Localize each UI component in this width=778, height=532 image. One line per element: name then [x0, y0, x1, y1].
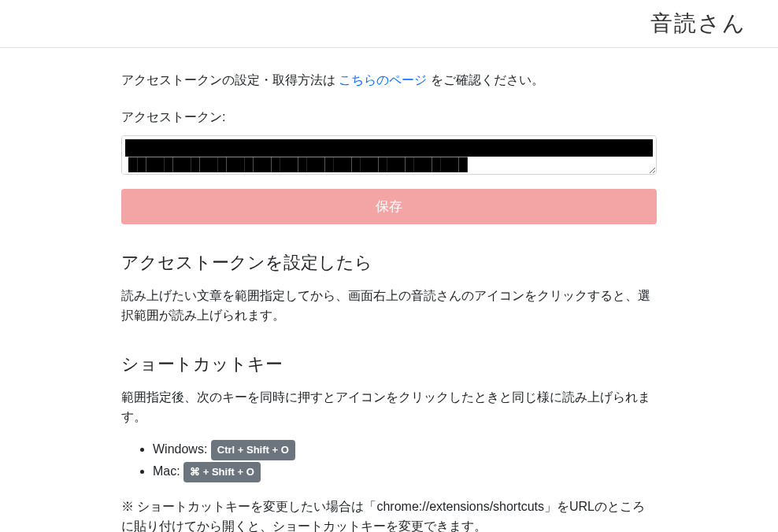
access-token-input[interactable]: ████████████████████████████████████████… — [121, 135, 657, 175]
token-label: アクセストークン: — [121, 109, 657, 126]
after-heading: アクセストークンを設定したら — [121, 251, 657, 275]
list-item: Windows: Ctrl + Shift + O — [153, 438, 657, 460]
after-body: 読み上げたい文章を範囲指定してから、画面右上の音読さんのアイコンをクリックすると… — [121, 286, 657, 326]
main-container: アクセストークンの設定・取得方法は こちらのページ をご確認ください。 アクセス… — [113, 48, 665, 532]
kbd-badge: Ctrl + Shift + O — [211, 440, 295, 460]
os-label: Mac: — [153, 464, 183, 478]
save-button[interactable]: 保存 — [121, 189, 657, 224]
intro-prefix: アクセストークンの設定・取得方法は — [121, 73, 339, 87]
os-label: Windows: — [153, 442, 211, 456]
shortcut-body: 範囲指定後、次のキーを同時に押すとアイコンをクリックしたときと同じ様に読み上げら… — [121, 387, 657, 427]
list-item: Mac: ⌘ + Shift + O — [153, 460, 657, 482]
help-link[interactable]: こちらのページ — [339, 73, 427, 87]
shortcut-note: ※ ショートカットキーを変更したい場合は「chrome://extensions… — [121, 497, 657, 532]
header: 音読さん — [0, 0, 778, 47]
intro-text: アクセストークンの設定・取得方法は こちらのページ をご確認ください。 — [121, 70, 657, 91]
kbd-badge: ⌘ + Shift + O — [183, 462, 261, 482]
shortcut-list: Windows: Ctrl + Shift + O Mac: ⌘ + Shift… — [121, 438, 657, 482]
app-title: 音読さん — [650, 9, 747, 39]
shortcut-heading: ショートカットキー — [121, 353, 657, 376]
token-field-wrapper: ████████████████████████████████████████… — [121, 135, 657, 178]
intro-suffix: をご確認ください。 — [427, 73, 543, 87]
